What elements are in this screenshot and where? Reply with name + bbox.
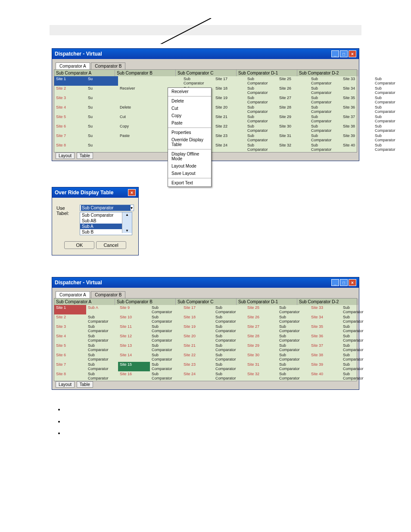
footer-layout[interactable]: Layout — [56, 152, 75, 159]
table-cell: Sub Comparator — [214, 333, 246, 343]
close-icon[interactable]: × — [128, 189, 136, 196]
table-cell: Delete — [118, 105, 150, 114]
tabs: Comparator A Comparator B — [56, 291, 357, 298]
table-cell: Sub Comparator — [214, 343, 246, 352]
titlebar[interactable]: Dispatcher - Virtual _ □ × — [52, 49, 359, 59]
col-header: Sub Comparator A — [54, 299, 115, 305]
tab-comparator-a[interactable]: Comparator A — [56, 62, 90, 69]
table-cell: Site 21 — [182, 343, 214, 352]
chevron-down-icon: ▾ — [131, 205, 133, 210]
scroll-down-icon[interactable]: ▼ — [125, 229, 129, 233]
table-cell: Sub Comparator — [150, 371, 182, 381]
footer-layout[interactable]: Layout — [56, 381, 75, 388]
table-row[interactable]: Site 4Sub ComparatorSite 12Sub Comparato… — [54, 333, 357, 343]
col-header: Sub Comparator D-2 — [297, 70, 358, 76]
table-cell: Site 18 — [182, 314, 214, 324]
table-row[interactable]: Site 1SuSub ComparatorSite 17Sub Compara… — [54, 76, 357, 86]
table-cell: Sub Comparator — [341, 314, 373, 324]
table-cell: Su — [86, 124, 118, 133]
table-cell: Sub Comparator — [341, 362, 373, 371]
ctx-display-offline[interactable]: Display Offline Mode — [168, 150, 211, 162]
table-cell: Sub Comparator — [277, 305, 309, 314]
table-cell: Site 16 — [118, 371, 150, 381]
ctx-save-layout[interactable]: Save Layout — [168, 170, 211, 177]
table-cell: Su — [86, 95, 118, 105]
footer-table[interactable]: Table — [77, 152, 93, 159]
scroll-up-icon[interactable]: ▲ — [125, 213, 129, 217]
override-display-table-dialog: Over Ride Display Table × Use Tabel: Sub… — [52, 187, 139, 255]
ctx-delete[interactable]: Delete — [168, 97, 211, 105]
table-cell: Sub Comparator — [214, 371, 246, 381]
footer-table[interactable]: Table — [77, 381, 93, 388]
ctx-copy[interactable]: Copy — [168, 112, 211, 119]
max-icon[interactable]: □ — [340, 279, 348, 286]
table-cell: Sub Comparator — [277, 343, 309, 352]
ok-button[interactable]: OK — [64, 241, 94, 249]
scrollbar[interactable]: ▲ ▼ — [122, 212, 132, 233]
min-icon[interactable]: _ — [331, 50, 339, 57]
table-cell: Sub Comparator — [214, 352, 246, 362]
table-row[interactable]: Site 1Sub ASite 9Sub ComparatorSite 17Su… — [54, 305, 357, 314]
context-menu[interactable]: Receiver Delete Cut Copy Paste Propertie… — [168, 87, 212, 187]
table-cell: Sub Comparator — [309, 105, 341, 114]
table-cell: Sub Comparator — [341, 371, 373, 381]
table-cell: Site 1 — [54, 76, 86, 86]
table-cell: Su — [86, 114, 118, 124]
ctx-export-text[interactable]: Export Text — [168, 179, 211, 187]
table-cell: Site 2 — [54, 314, 86, 324]
use-table-combo[interactable]: Sub Comparator ▾ — [80, 205, 134, 211]
bullet-1 — [65, 405, 359, 414]
table-listbox[interactable]: ▲ ▼ Sub Comparator Sub AB Sub A Sub B — [80, 212, 132, 235]
table-cell: Site 22 — [182, 352, 214, 362]
cancel-button[interactable]: Cancel — [96, 241, 126, 249]
close-icon[interactable]: × — [349, 279, 356, 286]
table-cell — [150, 76, 182, 86]
table-header: Sub Comparator A Sub Comparator B Sub Co… — [54, 299, 357, 305]
min-icon[interactable]: _ — [331, 279, 339, 286]
table-cell: Sub Comparator — [246, 86, 277, 95]
table-row[interactable]: Site 5Sub ComparatorSite 13Sub Comparato… — [54, 343, 357, 352]
table-cell: Site 33 — [341, 76, 373, 86]
tab-comparator-b[interactable]: Comparator B — [91, 291, 125, 298]
table-row[interactable]: Site 6Sub ComparatorSite 14Sub Comparato… — [54, 352, 357, 362]
titlebar[interactable]: Dispatcher - Virtual _ □ × — [52, 277, 359, 288]
ctx-receiver[interactable]: Receiver — [168, 88, 211, 95]
ctx-properties[interactable]: Properties — [168, 129, 211, 136]
max-icon[interactable]: □ — [340, 50, 348, 57]
tab-comparator-b[interactable]: Comparator B — [91, 62, 125, 69]
tab-comparator-a[interactable]: Comparator A — [56, 291, 90, 298]
table-area: Sub Comparator A Sub Comparator B Sub Co… — [54, 69, 357, 152]
ctx-layout-mode[interactable]: Layout Mode — [168, 162, 211, 170]
table-cell: Site 19 — [214, 95, 246, 105]
table-cell: Sub Comparator — [86, 343, 118, 352]
dialog-titlebar[interactable]: Over Ride Display Table × — [52, 187, 138, 198]
ctx-cut[interactable]: Cut — [168, 105, 211, 112]
table-cell: Sub Comparator — [214, 324, 246, 333]
table-row[interactable]: Site 2Sub ComparatorSite 10Sub Comparato… — [54, 314, 357, 324]
table-cell: Site 6 — [54, 124, 86, 133]
table-cell: Site 36 — [309, 333, 341, 343]
table-cell: Sub Comparator — [341, 352, 373, 362]
ctx-override-display-table[interactable]: Override Display Table — [168, 136, 211, 148]
table-cell: Sub Comparator — [373, 133, 405, 143]
table-row[interactable]: Site 8Sub ComparatorSite 16Sub Comparato… — [54, 371, 357, 381]
table-cell: Site 13 — [118, 343, 150, 352]
table-cell: Sub Comparator — [150, 324, 182, 333]
table-cell: Sub Comparator — [373, 143, 405, 152]
table-cell: Sub Comparator — [277, 362, 309, 371]
close-icon[interactable]: × — [349, 50, 356, 57]
table-cell: Sub Comparator — [86, 371, 118, 381]
window-footer: Layout Table — [54, 381, 357, 388]
table-row[interactable]: Site 7Sub ComparatorSite 15Sub Comparato… — [54, 362, 357, 371]
table-cell: Site 25 — [246, 305, 277, 314]
table-cell: Sub Comparator — [373, 95, 405, 105]
combo-value: Sub Comparator — [81, 205, 131, 211]
table-cell: Su — [86, 86, 118, 95]
table-cell: Site 8 — [54, 143, 86, 152]
table-cell: Site 3 — [54, 95, 86, 105]
table-row[interactable]: Site 3Sub ComparatorSite 11Sub Comparato… — [54, 324, 357, 333]
ctx-paste[interactable]: Paste — [168, 119, 211, 127]
table-cell: Sub Comparator — [277, 352, 309, 362]
table-cell: Sub Comparator — [373, 76, 405, 86]
table-cell: Site 31 — [246, 362, 277, 371]
